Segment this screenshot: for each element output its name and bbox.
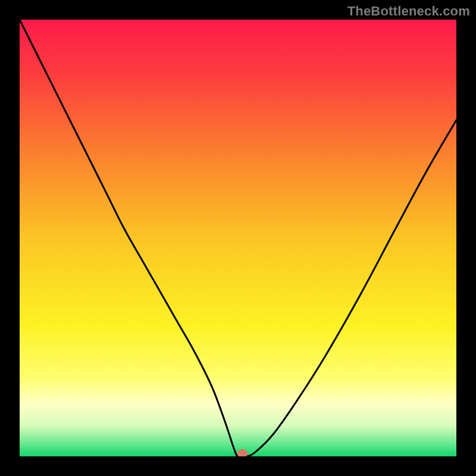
- plot-area: [20, 20, 456, 456]
- chart-frame: TheBottleneck.com: [0, 0, 476, 476]
- bottleneck-chart: [20, 20, 456, 456]
- attribution-text: TheBottleneck.com: [347, 4, 470, 19]
